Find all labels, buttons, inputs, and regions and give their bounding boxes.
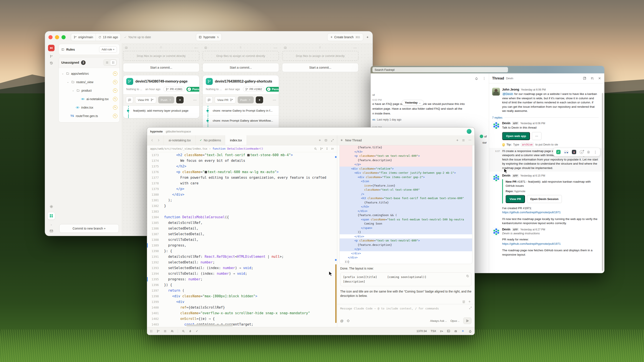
- add-reaction-icon[interactable]: ☺: [580, 150, 584, 154]
- chevron-down-icon[interactable]: ⌄: [67, 80, 70, 83]
- code-line[interactable]: 1385 detailsScrollRef,: [147, 220, 337, 226]
- push-button[interactable]: Push: [158, 96, 174, 103]
- view-pr-button[interactable]: View PR: [215, 96, 236, 103]
- devin-avatar[interactable]: [492, 121, 500, 129]
- collab-avatar[interactable]: [467, 129, 472, 134]
- new-tab-icon[interactable]: +: [319, 138, 321, 142]
- code-line[interactable]: 1397 return (: [147, 288, 337, 293]
- drag-handle-icon[interactable]: [160, 46, 162, 49]
- code-line[interactable]: 1396}) {: [147, 282, 337, 288]
- tree-item-apps-web-src[interactable]: ⌄apps/web/src✎: [59, 69, 120, 78]
- cursor-position[interactable]: 1370:34: [416, 330, 427, 333]
- date-divider-pill[interactable]: Yesterday⌄: [402, 100, 424, 105]
- markdown-icon[interactable]: [462, 300, 466, 303]
- pr-pill[interactable]: PR #1981: [164, 87, 185, 92]
- drag-handle-icon[interactable]: [239, 46, 242, 49]
- panel-menu-icon[interactable]: ⋯: [468, 138, 472, 142]
- message-more-icon[interactable]: ⋮: [594, 150, 597, 154]
- drop-zone[interactable]: Drop files to assign or commit directly: [202, 51, 279, 61]
- model-select[interactable]: Opus ⌄: [450, 319, 460, 323]
- branch-name[interactable]: devin/1764380749-memory-page: [135, 79, 188, 83]
- scroll-up-icon[interactable]: [468, 300, 471, 303]
- code-line[interactable]: 1398 <div className="max-[800px]:block h…: [147, 293, 337, 299]
- drop-zone[interactable]: Drop files to assign or commit directly: [282, 51, 358, 61]
- pr-link[interactable]: https://github.com/fastrepl/hyprnote/pul…: [502, 242, 598, 246]
- code-line[interactable]: 1394 scrollToDetail: (index: number) ⇒ v…: [147, 271, 337, 277]
- create-branch-button[interactable]: + Create branch ⌘B: [327, 33, 363, 41]
- git-panel-icon[interactable]: [157, 330, 160, 333]
- code-line[interactable]: 1402 onScroll={(e) ⇒ {: [147, 316, 337, 322]
- code-line[interactable]: 1377 From powerful editing to seamless o…: [147, 175, 337, 180]
- code-line[interactable]: 1373 <h2 className="text-3xl font-serif …: [147, 152, 337, 158]
- commit-row[interactable]: chore: move Prompt Gallery above Workflo…: [203, 115, 279, 125]
- open-in-window-icon[interactable]: [583, 76, 586, 80]
- editor-scrollbar[interactable]: [334, 152, 337, 327]
- cursor-icon[interactable]: I: [326, 147, 328, 150]
- project-selector[interactable]: hyprnote ⇅: [196, 33, 222, 41]
- code-line[interactable]: 1389 progress,: [147, 243, 337, 248]
- open-devin-session-button[interactable]: Open Devin Session: [527, 195, 562, 203]
- search-panel-icon[interactable]: [182, 330, 185, 333]
- code-line[interactable]: 1392 selectedDetail: number;: [147, 260, 337, 265]
- outline-panel-icon[interactable]: [164, 330, 167, 333]
- zoom-window-button[interactable]: [62, 35, 66, 39]
- mention[interactable]: @Devin: [502, 92, 514, 95]
- ai-actions-button[interactable]: [256, 96, 263, 103]
- lane-menu-icon[interactable]: ⋯: [194, 46, 198, 50]
- start-commit-button[interactable]: Start a commit...: [282, 63, 358, 72]
- minimize-window-button[interactable]: [55, 35, 59, 39]
- start-commit-button[interactable]: Start a commit...: [202, 63, 279, 72]
- code-line[interactable]: 1379 </p>: [147, 186, 337, 192]
- assistant-conversation[interactable]: {feature.title} </h3> <p className="text…: [337, 145, 474, 327]
- pr-link[interactable]: https://github.com/fastrepl/hyprnote/pul…: [502, 210, 598, 215]
- ci-status-pill[interactable]: ✓Passed: [266, 87, 279, 92]
- commit-row[interactable]: feat(web): add memory layer product page: [123, 105, 199, 115]
- code-line[interactable]: 1388 scrollToDetail,: [147, 237, 337, 243]
- lane-layout-icon[interactable]: [125, 46, 128, 49]
- add-rule-button[interactable]: Add rule +: [99, 46, 117, 52]
- code-line[interactable]: 1374 We focus on every bit of details: [147, 158, 337, 164]
- mention-context-icon[interactable]: @: [340, 319, 344, 323]
- message-time[interactable]: Yesterday at 6:15 PM: [520, 174, 545, 177]
- lane-menu-icon[interactable]: ⋯: [353, 46, 357, 50]
- code-line[interactable]: 1393 setSelectedDetail: (index: number) …: [147, 265, 337, 271]
- review-button[interactable]: [126, 96, 133, 103]
- drag-handle-icon[interactable]: [318, 46, 322, 49]
- focus-context-icon[interactable]: [346, 319, 350, 323]
- check-reaction-icon[interactable]: ✓: [556, 150, 560, 154]
- language-mode[interactable]: TSX: [431, 330, 436, 333]
- code-line[interactable]: 1376 <p className="text-neutral-600 max-…: [147, 169, 337, 175]
- base-branch-group[interactable]: origin/main 13 min ago: [71, 33, 121, 41]
- code-editor[interactable]: 1373 <h2 className="text-3xl font-serif …: [147, 152, 337, 327]
- editor-branch-name[interactable]: gitbutler/workspace: [166, 130, 191, 133]
- drop-zone[interactable]: Drop files to assign or commit directly: [123, 51, 200, 61]
- thread-options-icon[interactable]: [590, 76, 594, 80]
- slack-search-input[interactable]: Search Fastrepl: [372, 67, 508, 72]
- chevron-down-icon[interactable]: ⌄: [62, 72, 64, 75]
- search-icon[interactable]: [314, 147, 317, 150]
- view-pr-button[interactable]: View PR: [135, 96, 156, 103]
- bell-icon[interactable]: [475, 77, 478, 80]
- card-menu-icon[interactable]: ⋯: [193, 98, 197, 102]
- close-icon[interactable]: [598, 77, 601, 80]
- swap-icon[interactable]: [331, 147, 334, 150]
- ai-assistant-icon[interactable]: [461, 330, 464, 333]
- nav-forward-icon[interactable]: [157, 139, 160, 142]
- tree-item-product[interactable]: ⌄product✎: [59, 86, 120, 95]
- active-rail-item[interactable]: [47, 212, 55, 220]
- code-line[interactable]: 1378 with care: [147, 180, 337, 186]
- author-name[interactable]: Devin: [502, 174, 510, 177]
- send-button[interactable]: [463, 318, 472, 324]
- code-line[interactable]: 1381 );: [147, 197, 337, 203]
- code-line[interactable]: 1391 detailsScrollRef: React.RefObject<H…: [147, 254, 337, 260]
- gitbutler-logo[interactable]: [48, 45, 54, 51]
- lane-layout-icon[interactable]: [204, 46, 207, 49]
- commit-to-new-branch-button[interactable]: Commit to new branch +: [59, 224, 119, 233]
- code-line[interactable]: 1400 ref={detailsScrollRef}: [147, 305, 337, 310]
- view-pr-button[interactable]: View PR: [506, 195, 525, 203]
- code-line[interactable]: 1384function DetailsMobileCarousel({: [147, 214, 337, 220]
- notifications-icon[interactable]: [468, 330, 472, 333]
- breadcrumb[interactable]: apps/web/src/routes/_view/index.tsx › fu…: [147, 145, 337, 152]
- ai-actions-button[interactable]: [176, 96, 184, 103]
- tree-item-routes-view[interactable]: ⌄routes/_view✎: [59, 78, 120, 86]
